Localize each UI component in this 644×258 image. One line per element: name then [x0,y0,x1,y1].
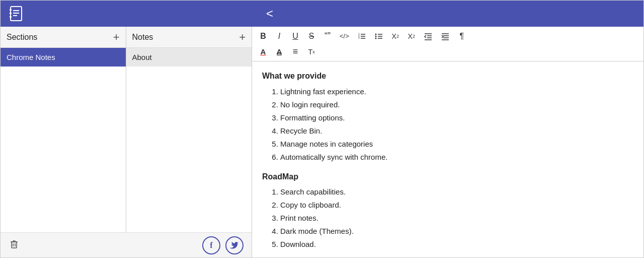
sections-column: Sections + Chrome Notes [1,27,126,232]
toolbar-row-2: A A ≡ Tx [256,44,639,59]
list-item: No login required. [280,99,633,111]
bold-btn[interactable]: B [256,30,270,43]
list-item: Dark mode (Themes). [280,225,633,237]
align-btn[interactable]: ≡ [288,44,302,59]
right-panel: B I U S “” </> 1 2 3 [252,27,643,257]
list-item: Search capabilities. [280,186,633,198]
blockquote-btn[interactable]: “” [320,29,335,43]
underline-btn[interactable]: U [288,30,302,43]
left-wrapper: Sections + Chrome Notes Notes + About [1,27,252,257]
indent-decrease-btn[interactable] [421,30,436,43]
indent-left-icon [424,32,433,41]
twitter-icon [230,241,239,250]
font-color-btn[interactable]: A [256,45,270,58]
bottom-bar: f [1,232,252,257]
notebook-icon [9,6,25,22]
note-item-about[interactable]: About [126,48,252,67]
sections-header: Sections + [1,27,126,48]
italic-btn[interactable]: I [272,30,286,43]
add-section-button[interactable]: + [113,32,120,43]
superscript-btn[interactable]: X2 [405,30,419,42]
left-columns: Sections + Chrome Notes Notes + About [1,27,252,232]
indent-increase-btn[interactable] [438,30,453,43]
svg-point-21 [375,35,376,37]
header-right: < [252,1,644,27]
section2-list: Search capabilities. Copy to clipboard. … [262,186,633,250]
content-area: What we provide Lightning fast experienc… [252,61,643,257]
main-layout: Sections + Chrome Notes Notes + About [1,27,643,257]
add-note-button[interactable]: + [239,32,246,43]
delete-button[interactable] [9,238,20,252]
section-item-chrome-notes[interactable]: Chrome Notes [1,48,126,67]
highlight-btn[interactable]: A [272,45,286,58]
back-button[interactable]: < [260,7,279,21]
header-left [1,1,252,27]
svg-point-22 [375,37,376,39]
list-item: Copy to clipboard. [280,199,633,211]
facebook-button[interactable]: f [202,236,220,254]
list-item: Recycle Bin. [280,125,633,137]
ol-icon: 1 2 3 [357,32,366,41]
paragraph-btn[interactable]: ¶ [455,30,469,43]
section1-list: Lightning fast experience. No login requ… [262,86,633,163]
ul-icon [374,32,383,41]
unordered-list-btn[interactable] [371,30,386,43]
sections-list: Chrome Notes [1,48,126,232]
notes-label: Notes [132,33,153,42]
list-item: Lightning fast experience. [280,86,633,98]
section2-title: RoadMap [262,170,633,183]
svg-rect-4 [10,9,12,11]
indent-right-icon [441,32,450,41]
svg-rect-7 [12,242,17,248]
list-item: Formatting options. [280,112,633,124]
svg-rect-5 [10,13,12,14]
svg-rect-6 [10,16,12,18]
toolbar: B I U S “” </> 1 2 3 [252,27,643,61]
strikethrough-btn[interactable]: S [304,30,318,43]
code-btn[interactable]: </> [337,30,352,42]
notes-list: About [126,48,252,232]
header-bar: < [1,1,644,27]
ordered-list-btn[interactable]: 1 2 3 [354,30,369,43]
svg-text:3: 3 [358,36,360,39]
social-links: f [202,236,244,254]
subscript-btn[interactable]: X2 [388,30,403,42]
notes-header: Notes + [126,27,252,48]
sections-label: Sections [7,33,37,42]
section1-title: What we provide [262,70,633,83]
svg-point-20 [375,33,376,35]
twitter-button[interactable] [225,236,244,254]
trash-icon [9,238,20,249]
clear-format-btn[interactable]: Tx [304,45,318,58]
toolbar-row-1: B I U S “” </> 1 2 3 [256,29,639,43]
list-item: Manage notes in categories [280,138,633,150]
list-item: Print notes. [280,212,633,224]
list-item: Download. [280,238,633,250]
list-item: Automatically sync with chrome. [280,151,633,163]
notes-column: Notes + About [126,27,252,232]
